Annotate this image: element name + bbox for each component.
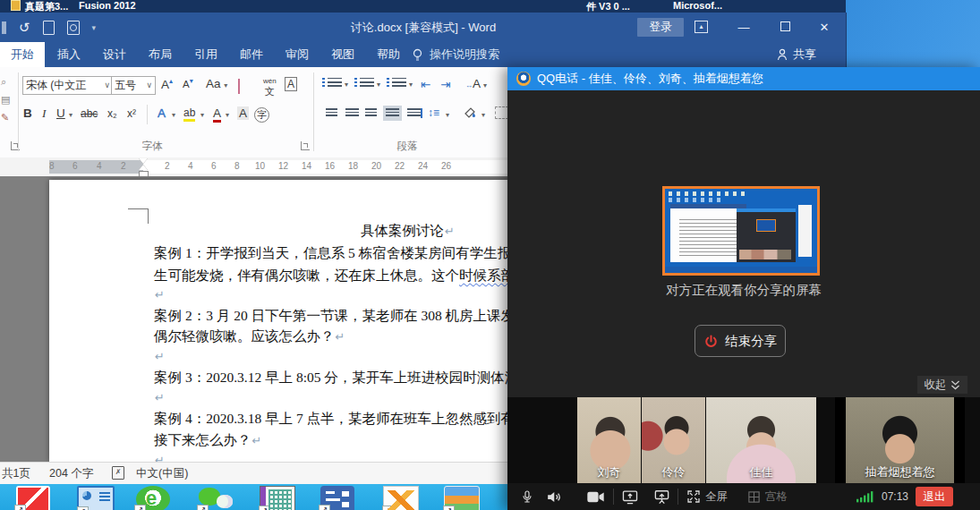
video-tile[interactable]: 佳佳 xyxy=(706,397,816,483)
font-dialog-launcher[interactable] xyxy=(301,141,310,150)
italic-button[interactable]: I xyxy=(42,106,47,121)
align-right-icon[interactable] xyxy=(365,108,377,118)
grid-view-button[interactable]: 宫格 xyxy=(747,487,788,506)
video-tile[interactable]: 伶伶 xyxy=(642,397,705,483)
strikethrough-button[interactable]: abc xyxy=(81,107,98,120)
line-spacing-dropdown-icon[interactable]: ▾ xyxy=(446,111,449,119)
font-name-combo[interactable]: 宋体 (中文正∨ xyxy=(22,76,114,95)
presentation-button[interactable] xyxy=(653,487,670,506)
clipboard-icon[interactable]: ⌕ xyxy=(1,76,6,88)
tab-insert[interactable]: 插入 xyxy=(47,42,91,67)
underline-dropdown-icon[interactable]: ▾ xyxy=(69,111,72,119)
page-count[interactable]: 共1页 xyxy=(2,466,30,481)
phonetic-guide-button[interactable]: wén文 xyxy=(263,74,277,98)
grow-font-button[interactable]: A▴ xyxy=(161,77,173,91)
stack-app-shortcut-icon[interactable]: ↗ xyxy=(444,486,480,510)
multilevel-dropdown-icon[interactable]: ▾ xyxy=(409,81,413,89)
exit-call-button[interactable]: 退出 xyxy=(916,487,953,506)
tab-mailings[interactable]: 邮件 xyxy=(229,42,274,67)
end-share-button[interactable]: 结束分享 xyxy=(695,325,786,357)
xmind-shortcut-icon[interactable]: ↗ xyxy=(383,486,419,510)
superscript-button[interactable]: x² xyxy=(127,107,136,120)
notebook-app-shortcut-icon[interactable]: ↗ xyxy=(260,486,295,510)
close-button[interactable]: ✕ xyxy=(807,13,841,42)
distribute-icon[interactable] xyxy=(407,108,422,118)
text-effects-button[interactable]: A xyxy=(158,106,166,120)
ribbon-display-options-icon[interactable]: ▴ xyxy=(695,21,708,33)
align-left-icon[interactable] xyxy=(326,108,337,118)
tab-references[interactable]: 引用 xyxy=(183,42,228,67)
fusion-shortcut-icon[interactable]: ↗ xyxy=(16,486,50,510)
video-tile[interactable]: 抽着烟想着您 xyxy=(835,397,965,483)
undo-icon[interactable]: ↺ xyxy=(19,20,30,36)
copy-icon[interactable]: ▤ xyxy=(1,94,10,106)
report-app-shortcut-icon[interactable]: ↗ xyxy=(77,486,115,510)
increase-indent-icon[interactable]: ⇥ xyxy=(440,77,450,91)
word-count[interactable]: 204 个字 xyxy=(49,466,93,481)
bullets-dropdown-icon[interactable]: ▾ xyxy=(345,81,348,89)
decrease-indent-icon[interactable]: ⇤ xyxy=(421,77,430,91)
font-size-combo[interactable]: 五号∨ xyxy=(111,76,156,95)
format-painter-icon[interactable]: ✎ xyxy=(1,112,9,123)
save-icon[interactable] xyxy=(2,21,6,34)
highlight-dropdown-icon[interactable]: ▾ xyxy=(200,111,204,119)
background-window-tab[interactable]: 真题第3... xyxy=(25,0,68,13)
tab-layout[interactable]: 布局 xyxy=(138,42,183,67)
shrink-font-button[interactable]: A▾ xyxy=(183,77,193,89)
bullets-icon[interactable] xyxy=(328,78,342,89)
login-button[interactable]: 登录 xyxy=(637,18,684,37)
screen-share-button[interactable] xyxy=(621,487,639,506)
tab-review[interactable]: 审阅 xyxy=(275,42,320,67)
group-separator xyxy=(313,72,314,151)
character-shading-button[interactable]: A xyxy=(237,106,249,120)
numbering-dropdown-icon[interactable]: ▾ xyxy=(377,81,380,89)
tab-help[interactable]: 帮助 xyxy=(366,42,411,67)
signal-strength-icon xyxy=(856,487,874,506)
background-window-tab[interactable]: Fusion 2012 xyxy=(79,0,136,11)
font-color-button[interactable]: A xyxy=(213,106,221,123)
browser-shortcut-icon[interactable]: ↗ xyxy=(136,486,170,510)
tab-home[interactable]: 开始 xyxy=(0,42,45,67)
qat-dropdown-icon[interactable]: ▾ xyxy=(92,23,97,32)
asian-layout-button[interactable]: ↔A ▾ xyxy=(465,77,487,90)
flowchart-app-shortcut-icon[interactable]: ↗ xyxy=(320,486,354,510)
underline-button[interactable]: U xyxy=(56,106,65,120)
collapse-videos-button[interactable]: 收起 xyxy=(917,376,967,394)
tab-view[interactable]: 视图 xyxy=(320,42,365,67)
font-color-dropdown-icon[interactable]: ▾ xyxy=(226,111,229,119)
proofing-icon[interactable]: ✗ xyxy=(112,466,124,480)
change-case-button[interactable]: Aa ▾ xyxy=(206,77,227,90)
maximize-button[interactable] xyxy=(768,13,802,42)
video-tile[interactable]: 刘奇 xyxy=(577,397,641,483)
camera-button[interactable] xyxy=(586,487,605,506)
numbering-icon[interactable] xyxy=(360,78,374,89)
text-highlight-button[interactable]: ab xyxy=(183,106,195,122)
share-button[interactable]: 共享 xyxy=(777,42,816,67)
text-effects-dropdown-icon[interactable]: ▾ xyxy=(172,111,175,119)
fullscreen-button[interactable]: 全屏 xyxy=(686,487,728,506)
microphone-button[interactable] xyxy=(520,487,534,506)
background-window-tab[interactable]: 件 V3 0 ... xyxy=(586,0,630,13)
tell-me-search[interactable]: 操作说明搜索 xyxy=(412,42,499,67)
enclose-characters-button[interactable]: 字 xyxy=(254,107,269,123)
align-center-icon[interactable] xyxy=(345,108,359,118)
subscript-button[interactable]: x₂ xyxy=(107,107,117,120)
background-window-tab[interactable]: Microsof... xyxy=(673,0,722,11)
line-spacing-icon[interactable]: ↕≡ xyxy=(428,106,439,119)
wechat-shortcut-icon[interactable]: ↗ xyxy=(199,486,233,510)
multilevel-list-icon[interactable] xyxy=(392,78,406,89)
minimize-button[interactable]: — xyxy=(727,13,761,42)
language-indicator[interactable]: 中文(中国) xyxy=(136,466,188,481)
character-border-button[interactable]: A xyxy=(285,77,297,91)
tab-design[interactable]: 设计 xyxy=(92,42,137,67)
speaker-button[interactable] xyxy=(545,487,562,506)
clear-formatting-icon[interactable] xyxy=(238,80,240,93)
new-document-icon[interactable] xyxy=(43,21,55,35)
indent-markers[interactable] xyxy=(138,157,149,176)
shading-icon[interactable] xyxy=(464,106,477,118)
bold-button[interactable]: B xyxy=(23,106,32,120)
print-preview-icon[interactable] xyxy=(67,21,80,35)
borders-icon[interactable] xyxy=(495,106,508,119)
shading-dropdown-icon[interactable]: ▾ xyxy=(481,111,485,119)
justify-icon[interactable] xyxy=(386,108,399,118)
